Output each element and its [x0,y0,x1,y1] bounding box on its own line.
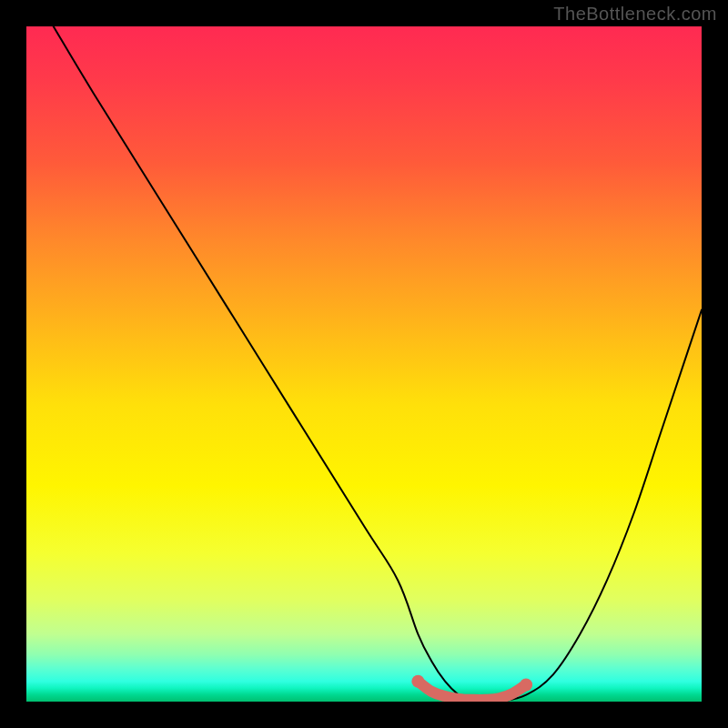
main-curve [54,26,702,702]
svg-point-1 [520,678,532,691]
watermark-text: TheBottleneck.com [553,4,717,25]
highlight-segment [411,675,532,700]
svg-point-0 [411,675,424,688]
chart-svg [26,26,702,702]
chart-container: TheBottleneck.com [0,0,728,728]
